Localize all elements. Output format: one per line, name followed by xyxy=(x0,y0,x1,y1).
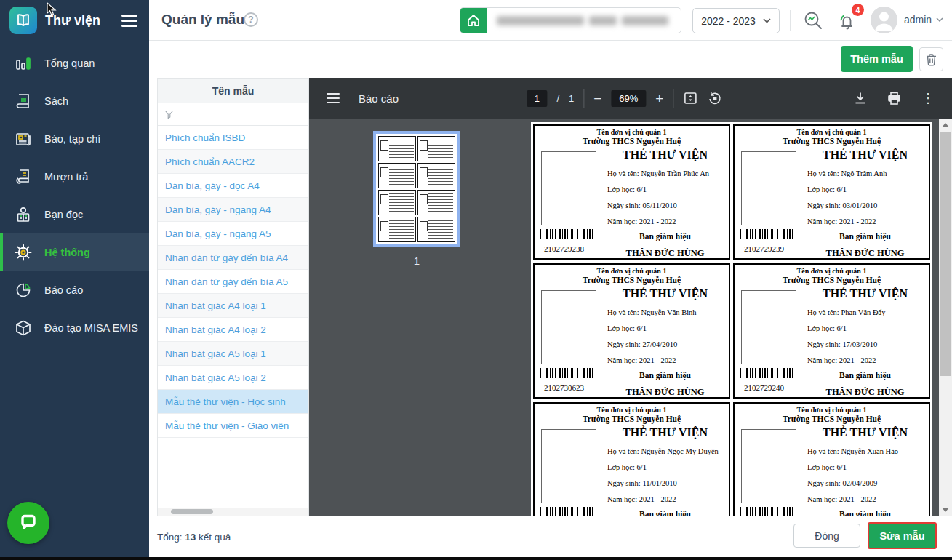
top-header-bar: Quản lý mẫu ? 2022 - 2023 xyxy=(149,0,952,41)
sidebar-collapse-icon[interactable] xyxy=(121,12,137,30)
student-name: Nguyễn Xuân Hào xyxy=(841,447,898,455)
photo-placeholder xyxy=(741,429,796,503)
library-card: Tên đơn vị chủ quản 1 Trường THCS Nguyễn… xyxy=(533,402,730,516)
download-icon[interactable] xyxy=(854,92,867,105)
sidebar-item-ban-doc[interactable]: Bạn đọc xyxy=(0,196,149,233)
app-title: Thư viện xyxy=(45,13,100,28)
search-analytics-icon[interactable] xyxy=(801,9,825,33)
school-selector[interactable] xyxy=(460,7,681,33)
card-number: 2102729239 xyxy=(744,244,784,253)
avatar[interactable] xyxy=(871,7,897,33)
page-thumbnail[interactable] xyxy=(373,131,460,247)
template-row[interactable]: Phích chuẩn AACR2 xyxy=(158,150,308,174)
library-card: Tên đơn vị chủ quản 1 Trường THCS Nguyễn… xyxy=(733,263,930,399)
edit-template-button[interactable]: Sửa mẫu xyxy=(868,522,937,549)
chat-support-button[interactable] xyxy=(7,502,49,544)
student-name: Nguyễn Trần Phúc An xyxy=(641,169,709,177)
pdf-title: Báo cáo xyxy=(359,92,399,105)
template-row[interactable]: Phích chuẩn ISBD xyxy=(158,126,308,150)
page-number-input[interactable]: 1 xyxy=(527,90,547,107)
sidebar-item-muon-tra[interactable]: Mượn trả xyxy=(0,158,149,196)
fit-page-icon[interactable] xyxy=(683,91,697,105)
sidebar-item-label: Báo, tạp chí xyxy=(44,133,100,145)
template-row[interactable]: Nhãn bát giác A4 loại 1 xyxy=(158,294,308,318)
student-name: Nguyễn Ngọc Mỹ Duyên xyxy=(641,447,718,455)
card-number: 2102730623 xyxy=(544,383,584,392)
photo-placeholder xyxy=(541,151,596,225)
reader-icon xyxy=(13,206,33,223)
barcode xyxy=(740,229,796,239)
sidebar-item-he-thong[interactable]: Hệ thống xyxy=(0,233,149,271)
scrollbar-thumb[interactable] xyxy=(171,509,213,514)
student-dob: 05/11/2010 xyxy=(642,201,676,209)
template-row[interactable]: Nhãn bát giác A4 loại 2 xyxy=(158,318,308,342)
vertical-scrollbar[interactable] xyxy=(939,119,952,516)
page-title: Quản lý mẫu xyxy=(161,12,244,28)
pdf-viewer: Báo cáo 1 / 1 − 69% + xyxy=(309,78,952,516)
template-filter-input[interactable] xyxy=(158,103,308,126)
horizontal-scrollbar[interactable] xyxy=(158,508,308,516)
pdf-menu-icon[interactable] xyxy=(327,90,340,106)
card-number: 2102729240 xyxy=(744,383,784,392)
sidebar-item-label: Báo cáo xyxy=(44,284,83,296)
scroll-down-arrow[interactable] xyxy=(942,508,949,512)
sidebar: Thư viện Tổng quan Sách xyxy=(0,0,149,557)
template-row[interactable]: Nhãn dán từ gáy đến bìa A5 xyxy=(158,270,308,294)
template-row[interactable]: Nhãn bát giác A5 loại 1 xyxy=(158,342,308,366)
sidebar-item-tong-quan[interactable]: Tổng quan xyxy=(0,44,149,82)
cube-icon xyxy=(13,319,33,337)
zoom-level-value[interactable]: 69% xyxy=(611,90,646,107)
student-name: Nguyễn Văn Bình xyxy=(641,308,696,316)
template-row[interactable]: Mẫu thẻ thư viện - Giáo viên xyxy=(158,414,308,438)
template-row-selected[interactable]: Mẫu thẻ thư viện - Học sinh xyxy=(158,390,308,414)
delete-template-button[interactable] xyxy=(919,47,943,71)
sidebar-item-bao-cao[interactable]: Báo cáo xyxy=(0,271,149,309)
sidebar-item-sach[interactable]: Sách xyxy=(0,82,149,120)
library-card: Tên đơn vị chủ quản 1 Trường THCS Nguyễn… xyxy=(533,124,730,260)
borrow-return-icon xyxy=(13,168,33,185)
bottom-edge xyxy=(0,557,952,560)
pdf-toolbar: Báo cáo 1 / 1 − 69% + xyxy=(309,78,952,119)
school-year-dropdown[interactable]: 2022 - 2023 xyxy=(692,8,780,33)
sidebar-item-bao-tap-chi[interactable]: Báo, tạp chí xyxy=(0,120,149,158)
chevron-down-icon[interactable] xyxy=(936,17,943,22)
sidebar-item-dao-tao[interactable]: Đào tạo MISA EMIS xyxy=(0,309,149,347)
template-row[interactable]: Dán bìa, gáy - ngang A4 xyxy=(158,198,308,222)
pdf-body: 1 Tên đơn vị chủ quản 1 Trường THCS Nguy… xyxy=(309,119,952,516)
zoom-out-button[interactable]: − xyxy=(593,92,601,105)
chevron-down-icon xyxy=(763,18,771,23)
close-button[interactable]: Đóng xyxy=(793,524,860,548)
photo-placeholder xyxy=(741,151,796,225)
add-template-button[interactable]: Thêm mẫu xyxy=(841,46,913,72)
toolbar-divider xyxy=(673,89,673,108)
sidebar-item-label: Đào tạo MISA EMIS xyxy=(44,322,138,334)
sidebar-item-label: Sách xyxy=(44,95,68,107)
barcode xyxy=(740,368,796,378)
more-options-icon[interactable]: ⋮ xyxy=(921,90,935,106)
template-list-panel: Tên mẫu Phích chuẩn ISBD Phích chuẩn AAC… xyxy=(157,78,309,516)
template-column-header: Tên mẫu xyxy=(158,79,308,103)
template-row[interactable]: Nhãn bát giác A5 loại 2 xyxy=(158,366,308,390)
page-total: 1 xyxy=(569,93,574,104)
footer-bar: Tổng: 13 kết quả Đóng Sửa mẫu xyxy=(149,519,952,557)
username[interactable]: admin xyxy=(904,14,932,25)
card-unit-line2: Trường THCS Nguyễn Huệ xyxy=(535,137,729,145)
student-class: 6/1 xyxy=(637,185,647,193)
rotate-icon[interactable] xyxy=(707,91,722,106)
print-icon[interactable] xyxy=(887,92,901,105)
header-divider xyxy=(790,10,791,31)
help-icon[interactable]: ? xyxy=(244,12,258,27)
home-button[interactable] xyxy=(460,7,487,33)
sidebar-header: Thư viện xyxy=(0,0,149,41)
scrollbar-thumb[interactable] xyxy=(940,132,951,376)
template-row[interactable]: Dán bìa, gáy - ngang A5 xyxy=(158,222,308,246)
sidebar-nav: Tổng quan Sách xyxy=(0,44,149,347)
template-row[interactable]: Dán bìa, gáy - dọc A4 xyxy=(158,174,308,198)
open-book-icon xyxy=(15,12,32,29)
card-unit-line1: Tên đơn vị chủ quản 1 xyxy=(535,128,729,136)
library-card: Tên đơn vị chủ quản 1 Trường THCS Nguyễn… xyxy=(533,263,730,399)
zoom-in-button[interactable]: + xyxy=(655,92,663,105)
template-row[interactable]: Nhãn dán từ gáy đến bìa A4 xyxy=(158,246,308,270)
app-logo[interactable] xyxy=(9,7,37,34)
scroll-up-arrow[interactable] xyxy=(942,123,949,127)
